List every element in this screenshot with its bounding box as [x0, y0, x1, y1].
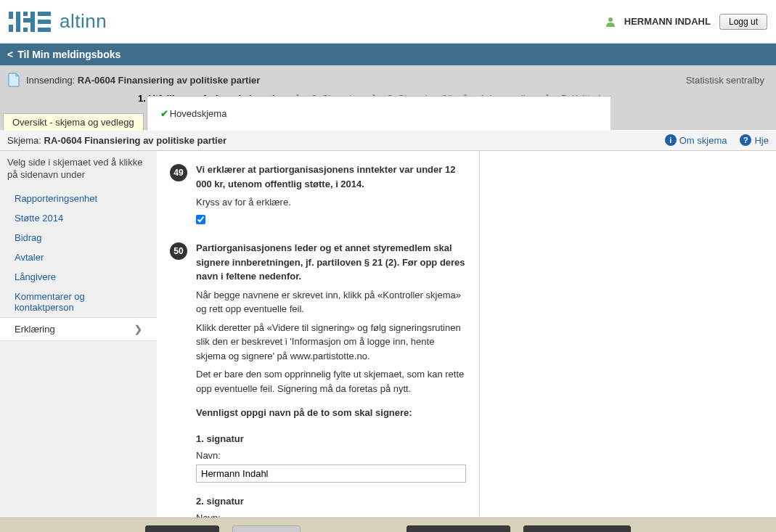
sig2-label: 2. signatur	[196, 494, 466, 509]
question-50: 50 Partiorganisasjonens leder og et anne…	[170, 241, 466, 517]
sig1-name-input[interactable]	[196, 465, 466, 483]
about-schema-link[interactable]: i Om skjema	[665, 134, 727, 146]
q50-p2: Klikk deretter på «Videre til signering»…	[196, 321, 466, 364]
svg-rect-4	[30, 12, 35, 32]
sidebar-item-langivere[interactable]: Långivere	[7, 267, 150, 287]
sidebar-item-avtaler[interactable]: Avtaler	[7, 247, 150, 267]
next-button: Neste >>	[232, 525, 301, 532]
brand-name: altinn	[60, 10, 107, 33]
check-schema-button[interactable]: Kontroller skjema	[407, 525, 510, 532]
header: altinn HERMANN INDAHL Logg ut	[0, 0, 776, 44]
q49-heading: Vi erklærer at partiorganisasjonens innt…	[196, 163, 466, 191]
svg-rect-2	[16, 12, 20, 32]
info-icon: i	[665, 134, 677, 146]
svg-rect-6	[23, 28, 28, 32]
svg-rect-1	[9, 25, 13, 32]
tab-overview[interactable]: Oversikt - skjema og vedlegg	[3, 113, 144, 131]
sidebar: Velg side i skjemaet ved å klikke på sid…	[0, 151, 157, 517]
footer-toolbar: << Forrige Neste >> Kontroller skjema Vi…	[0, 517, 776, 532]
user-block: HERMANN INDAHL Logg ut	[605, 14, 767, 30]
svg-rect-5	[23, 12, 28, 16]
q50-p3: Det er bare den som opprinnelig fylte ut…	[196, 367, 466, 396]
schema-label: Skjema: RA-0604 Finansiering av politisk…	[7, 135, 226, 146]
help-link[interactable]: ? Hje	[740, 134, 769, 146]
sender-label: Statistisk sentralby	[686, 75, 764, 86]
sidebar-item-erklaering[interactable]: Erklæring ❯	[0, 317, 157, 341]
svg-rect-7	[38, 12, 51, 16]
svg-rect-8	[38, 20, 51, 24]
submission-label: Innsending: RA-0604 Finansiering av poli…	[26, 75, 260, 86]
sidebar-item-kommentarer[interactable]: Kommentarer og kontaktperson	[7, 287, 150, 317]
sidebar-item-stotte[interactable]: Støtte 2014	[7, 208, 150, 228]
svg-rect-9	[38, 28, 51, 32]
sidebar-item-rapporteringsenhet[interactable]: Rapporteringsenhet	[7, 189, 150, 208]
question-number-badge: 50	[170, 242, 187, 260]
user-icon	[605, 16, 616, 28]
question-49: 49 Vi erklærer at partiorganisasjonens i…	[170, 163, 466, 228]
back-label: Til Min meldingsboks	[17, 49, 121, 60]
sidebar-item-bidrag[interactable]: Bidrag	[7, 228, 150, 247]
sidebar-instruction: Velg side i skjemaet ved å klikke på sid…	[7, 157, 150, 181]
check-icon: ✔	[160, 108, 168, 119]
q49-checkbox[interactable]	[196, 215, 205, 224]
chevron-left-icon: <	[7, 49, 13, 60]
svg-point-10	[608, 17, 613, 22]
help-icon: ?	[740, 134, 751, 146]
right-pane	[480, 151, 776, 517]
q50-prompt: Vennligst oppgi navn på de to som skal s…	[196, 406, 466, 420]
prev-button[interactable]: << Forrige	[145, 525, 219, 532]
sig2-name-label: Navn:	[196, 511, 466, 517]
document-icon	[7, 73, 20, 87]
sig1-name-label: Navn:	[196, 449, 466, 463]
chevron-right-icon: ❯	[134, 324, 142, 335]
tab-main[interactable]: ✔Hovedskjema	[147, 96, 611, 131]
subheader: Skjema: RA-0604 Finansiering av politisk…	[0, 130, 776, 151]
q50-p1: Når begge navnene er skrevet inn, klikk …	[196, 288, 466, 316]
continue-signing-button[interactable]: Videre til signering	[523, 525, 632, 532]
svg-rect-0	[9, 12, 13, 19]
altinn-logo-icon	[9, 12, 52, 32]
back-to-inbox[interactable]: < Til Min meldingsboks	[0, 44, 776, 65]
logout-button[interactable]: Logg ut	[719, 14, 767, 30]
content-area: Velg side i skjemaet ved å klikke på sid…	[0, 151, 776, 517]
logo[interactable]: altinn	[9, 10, 107, 33]
sig1-label: 1. signatur	[196, 432, 466, 446]
question-number-badge: 49	[170, 164, 187, 181]
main-form: 49 Vi erklærer at partiorganisasjonens i…	[157, 151, 480, 517]
username: HERMANN INDAHL	[624, 16, 711, 27]
q50-heading: Partiorganisasjonens leder og et annet s…	[196, 241, 466, 284]
q49-subtext: Kryss av for å erklære.	[196, 195, 466, 210]
tab-row: Oversikt - skjema og vedlegg ✔Hovedskjem…	[0, 110, 776, 130]
